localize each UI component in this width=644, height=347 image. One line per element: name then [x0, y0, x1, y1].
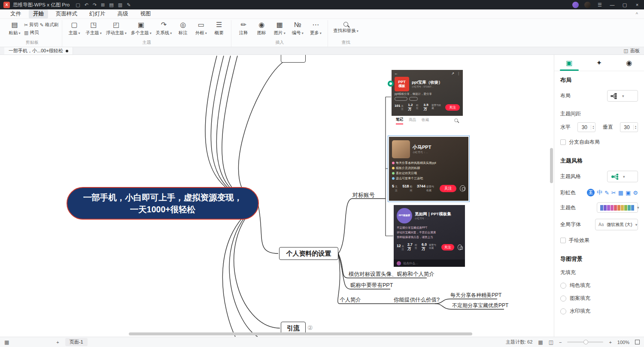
value1-label-node[interactable]: 每天分享各种精美PPT: [450, 292, 501, 299]
collapsed-children-badge[interactable]: ②: [307, 324, 313, 331]
pages-panel-icon[interactable]: ▦: [538, 339, 543, 345]
minimize-button[interactable]: —: [609, 2, 616, 7]
close-button[interactable]: ×: [634, 2, 641, 7]
collapse-ribbon-icon[interactable]: ^: [636, 12, 638, 17]
side-panel-icon[interactable]: ◫: [549, 339, 553, 345]
central-topic-node[interactable]: 一部手机，小白即可上手，虚拟资源变现，一天1000+很轻松: [67, 187, 259, 220]
panel-toggle[interactable]: ◫ 面板: [624, 48, 640, 54]
solid-fill-radio[interactable]: [560, 283, 566, 289]
boundary-button[interactable]: ▭ 外框: [192, 20, 210, 36]
subtopic-button[interactable]: ◳ 子主题: [84, 20, 103, 36]
selection-box[interactable]: 小马PPT 小红书号：… 每天分享各种风格精美实用ppt 模板介意勿扰私聊 喜欢…: [388, 136, 470, 202]
follow-button[interactable]: 关注: [440, 185, 456, 192]
follow-button[interactable]: 关注: [441, 244, 454, 250]
benchmark-card-xiaoma[interactable]: 小马PPT 小红书号：… 每天分享各种风格精美实用ppt 模板介意勿扰私聊 喜欢…: [389, 137, 468, 201]
paste-button[interactable]: ▤ 粘贴: [6, 20, 23, 36]
callout-button[interactable]: ◎ 标注: [174, 20, 191, 36]
rainbow-style-icon[interactable]: ▦: [618, 190, 623, 196]
nickname-label-node[interactable]: 昵称中要带有PPT: [350, 282, 393, 289]
copy-button[interactable]: ▥ 拷贝: [24, 30, 39, 36]
value2-label-node[interactable]: 不定期分享宝藏优质PPT: [452, 302, 508, 309]
camera-icon[interactable]: [460, 185, 465, 192]
intro-label-node[interactable]: 个人简介: [340, 296, 361, 304]
new-icon[interactable]: ⊞: [101, 2, 105, 8]
vertical-scrollbar[interactable]: [550, 148, 553, 183]
zoom-slider[interactable]: [567, 341, 603, 343]
global-font-dropdown[interactable]: Aa 微软雅黑 (大): [595, 219, 638, 230]
rainbow-style-icon[interactable]: 中: [597, 189, 602, 196]
tab-goods[interactable]: 商品: [409, 118, 416, 123]
save-icon[interactable]: ▢: [76, 2, 80, 8]
rainbow-style-icon[interactable]: ▣: [626, 190, 631, 196]
summary-button[interactable]: ☰ 概要: [210, 20, 228, 36]
avatar[interactable]: [572, 2, 579, 8]
layout-dropdown[interactable]: [607, 90, 638, 102]
menu-file[interactable]: 文件: [6, 9, 25, 18]
grid-icon[interactable]: ▦: [4, 339, 9, 345]
search-icon[interactable]: [454, 118, 458, 122]
avatar-secondary[interactable]: [584, 2, 591, 8]
theme-color-dropdown[interactable]: [597, 202, 638, 213]
step-down-icon[interactable]: ▼: [635, 127, 637, 130]
vertical-spacing-stepper[interactable]: 30 ▲▼: [620, 122, 638, 132]
menu-home[interactable]: 开始: [29, 9, 48, 18]
menu-page-style[interactable]: 页面样式: [52, 9, 82, 18]
zoom-in-button[interactable]: +: [609, 340, 611, 345]
menu-advanced[interactable]: 高级: [113, 9, 133, 18]
hand-drawn-checkbox[interactable]: [560, 238, 566, 243]
cut-button[interactable]: ✂ 剪切: [24, 22, 39, 28]
icon-button[interactable]: ◉ 图标: [253, 20, 270, 36]
value-question-node[interactable]: 你能提供什么价值?: [394, 296, 440, 304]
menu-view[interactable]: 视图: [136, 9, 155, 18]
tab-collections[interactable]: 收藏: [422, 118, 429, 123]
page-tab[interactable]: 页面-1: [65, 338, 88, 346]
benchmark-card-pptbaoku[interactable]: ← ↗⋮ PPT 模板 ppt宝库（收徒） 小红书号：571607… ppt模板…: [392, 70, 463, 124]
floating-topic-button[interactable]: ◰ 浮动主题: [104, 20, 128, 36]
redo-icon[interactable]: ↷: [93, 2, 97, 8]
print-icon[interactable]: ▥: [118, 2, 122, 8]
panel-tab-ai[interactable]: ✦: [584, 55, 614, 71]
document-tab[interactable]: 一部手机，小...00+很轻松: [4, 47, 73, 54]
relation-line-button[interactable]: ↷ 关系线: [154, 20, 174, 36]
rainbow-style-icon[interactable]: ✎: [605, 190, 609, 196]
find-replace-button[interactable]: 查找和替换: [331, 20, 360, 34]
comment-bar[interactable]: 说点什么…: [394, 259, 465, 267]
zoom-slider-thumb[interactable]: [583, 340, 588, 344]
free-branch-checkbox[interactable]: [560, 139, 566, 145]
theme-style-dropdown[interactable]: [607, 171, 638, 182]
panel-tab-theme[interactable]: ◉: [614, 55, 644, 71]
rainbow-style-icon[interactable]: ⚙: [633, 190, 638, 196]
menu-slides[interactable]: 幻灯片: [85, 9, 110, 18]
follow-button[interactable]: 关注: [445, 104, 460, 111]
zoom-value[interactable]: 100%: [617, 340, 629, 345]
tab-notes[interactable]: 笔记: [396, 116, 403, 124]
numbering-button[interactable]: № 编号: [289, 20, 306, 36]
format-painter-button[interactable]: ✎ 格式刷: [39, 22, 58, 28]
imitate-label-node[interactable]: 模仿对标设置头像、昵称和个人简介: [349, 271, 434, 278]
undo-icon[interactable]: ↶: [85, 2, 88, 8]
panel-tab-layout[interactable]: ▣: [554, 55, 584, 71]
step-down-icon[interactable]: ▼: [592, 127, 594, 130]
clipped-top-node[interactable]: [281, 55, 306, 63]
file-icon[interactable]: ▤: [109, 2, 113, 8]
camera-icon[interactable]: [458, 244, 462, 250]
fullscreen-icon[interactable]: [635, 340, 640, 344]
multi-topic-button[interactable]: ▣ 多个主题: [129, 20, 153, 36]
rainbow-style-icon[interactable]: ✂: [611, 190, 616, 196]
note-button[interactable]: ✏ 注释: [235, 20, 252, 36]
zoom-out-button[interactable]: −: [559, 340, 562, 345]
rainbow-active-icon[interactable]: 王: [587, 189, 595, 196]
benchmark-card-miruwang[interactable]: PPT模板家 觅如网｜PPT模板集 小红书号：… 不定期分享宝藏优质PPT 评论…: [394, 205, 465, 267]
horizontal-scrollbar[interactable]: [129, 332, 472, 335]
profile-setup-node[interactable]: 个人资料的设置: [279, 247, 338, 260]
topic-button[interactable]: ▢ 主题: [66, 20, 83, 36]
horizontal-spacing-stepper[interactable]: 30 ▲▼: [577, 122, 595, 132]
edit-icon[interactable]: ✎: [127, 2, 131, 8]
watermark-fill-radio[interactable]: [560, 308, 566, 314]
benchmark-label-node[interactable]: 对标账号: [352, 191, 375, 199]
more-button[interactable]: ⋯ 更多: [307, 20, 324, 36]
menu-icon[interactable]: ☰: [596, 2, 603, 8]
add-page-button[interactable]: +: [56, 340, 59, 345]
pattern-fill-radio[interactable]: [560, 296, 566, 302]
mindmap-canvas[interactable]: 一部手机，小白即可上手，虚拟资源变现，一天1000+很轻松 个人资料的设置 引流…: [0, 55, 554, 337]
